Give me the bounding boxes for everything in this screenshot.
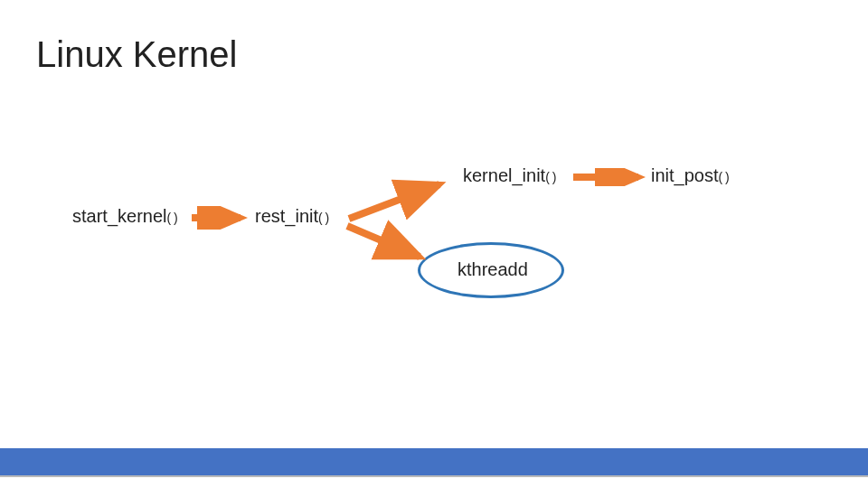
paren: ( ) xyxy=(318,211,329,225)
footer-line xyxy=(0,475,868,477)
node-rest-init-label: rest_init xyxy=(255,206,318,226)
node-init-post: init_post( ) xyxy=(651,165,729,186)
node-init-post-label: init_post xyxy=(651,165,719,185)
node-start-kernel: start_kernel( ) xyxy=(72,206,177,227)
paren: ( ) xyxy=(719,170,730,184)
paren: ( ) xyxy=(545,170,556,184)
footer-bar xyxy=(0,448,868,475)
node-kernel-init: kernel_init( ) xyxy=(463,165,556,186)
paren: ( ) xyxy=(167,211,178,225)
arrow-start-to-rest xyxy=(190,206,250,230)
node-start-kernel-label: start_kernel xyxy=(72,206,167,226)
slide: Linux Kernel start_kernel( ) rest_init( … xyxy=(0,0,868,488)
arrow-rest-to-kthreadd xyxy=(342,217,432,271)
node-rest-init: rest_init( ) xyxy=(255,206,329,227)
arrow-kernel-init-to-init-post xyxy=(571,168,647,186)
svg-line-2 xyxy=(347,226,420,257)
node-kernel-init-label: kernel_init xyxy=(463,165,545,185)
slide-title: Linux Kernel xyxy=(36,34,237,75)
kthreadd-ellipse xyxy=(418,242,564,298)
svg-line-1 xyxy=(349,184,439,219)
